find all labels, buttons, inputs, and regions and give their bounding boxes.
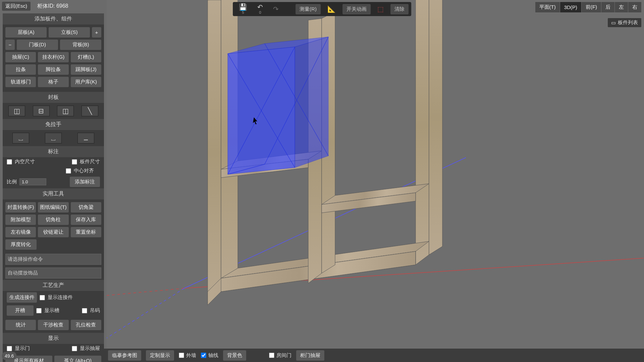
minus-button[interactable]: − — [5, 40, 15, 50]
panel-list-toggle[interactable]: ▭ 板件列表 — [608, 18, 641, 27]
code-check[interactable] — [82, 308, 87, 313]
save-icon: 💾 — [239, 4, 247, 10]
drawer-button[interactable]: 抽屉(C) — [5, 52, 36, 62]
vertical-button[interactable]: 立板(S) — [49, 27, 90, 38]
savelibrary-button[interactable]: 保存入库 — [71, 215, 101, 225]
view-back[interactable]: 后 — [601, 2, 614, 12]
backpanel-button[interactable]: 背板(B) — [60, 40, 101, 50]
reset-button[interactable]: 重置坐标 — [71, 227, 101, 237]
svg-marker-8 — [429, 0, 442, 255]
zoom-badge: 49.6 — [2, 352, 16, 360]
view-3d[interactable]: 3D(P) — [560, 2, 581, 12]
view-plan[interactable]: 平面(T) — [535, 2, 560, 12]
tools-title: 实用工具 — [3, 188, 104, 199]
panel-dim-label: 板件尺寸 — [80, 159, 100, 165]
center-align-check[interactable] — [66, 168, 71, 174]
slot-button[interactable]: 开槽 — [7, 305, 34, 316]
viewport-3d[interactable] — [107, 0, 644, 349]
display-title: 显示 — [3, 333, 104, 344]
undo-icon: ↶ — [257, 4, 263, 10]
view-left[interactable]: 左 — [615, 2, 628, 12]
angle-icon[interactable]: 📐 — [324, 4, 339, 14]
annot-title: 标注 — [3, 146, 104, 157]
kickstrip-button[interactable]: 脚拉条 — [38, 64, 68, 75]
decor-select[interactable]: 自动摆放饰品 — [5, 267, 101, 279]
gen-conn-button[interactable]: 生成连接件 — [7, 292, 37, 303]
thick-button[interactable]: 厚度转化 — [5, 239, 37, 250]
bottom-bar: 临摹参考图 定制显示 外墙 轴线 背景色 房间门 柜门抽屉 — [104, 349, 644, 362]
stat-button[interactable]: 统计 — [5, 320, 36, 330]
left-panel: 添加板件、组件 层板(A) 立板(S) + − 门板(D) 背板(B) 抽屉(C… — [3, 13, 104, 362]
userlib-button[interactable]: 用户库(K) — [71, 77, 101, 87]
cutbeam-button[interactable]: 切角梁 — [71, 202, 101, 213]
strip-button[interactable]: 拉条 — [5, 64, 36, 75]
handle-title: 免拉手 — [3, 119, 104, 130]
undo-button[interactable]: ↶0 — [254, 2, 266, 16]
seal-left-icon[interactable]: ◫ — [8, 106, 25, 116]
clear-button[interactable]: 清除 — [390, 4, 409, 14]
seal-title: 封板 — [3, 92, 104, 103]
interf-button[interactable]: 干涉检查 — [38, 320, 68, 330]
show-drawer-check[interactable] — [72, 346, 77, 351]
panel-dim-check[interactable] — [72, 159, 77, 165]
roomdoor-check[interactable] — [269, 353, 274, 358]
cover-button[interactable]: 封盖转换(F) — [5, 202, 36, 213]
cutcol-button[interactable]: 切角柱 — [38, 215, 68, 225]
list-icon: ▭ — [611, 20, 616, 26]
rod-button[interactable]: 挂衣杆(G) — [38, 52, 68, 62]
show-drawer-label: 显示抽屉 — [80, 345, 100, 352]
measure-button[interactable]: 测量(R) — [296, 4, 321, 14]
craft-title: 工艺生产 — [3, 280, 104, 291]
slide-button[interactable]: 轨道移门 — [5, 77, 36, 87]
scale-input[interactable] — [19, 178, 46, 185]
select-icon[interactable]: ⬚ — [374, 4, 387, 14]
svg-marker-21 — [295, 37, 328, 168]
show-conn-check[interactable] — [40, 295, 45, 300]
handle2-icon[interactable]: ⎵ — [45, 133, 62, 143]
redo-button[interactable]: ↷ — [270, 4, 282, 14]
svg-line-3 — [107, 288, 184, 349]
inner-dim-check[interactable] — [7, 159, 12, 165]
wall-check[interactable] — [179, 353, 184, 358]
cabinet-id-label: 柜体ID: 6968 — [37, 3, 68, 10]
attach-button[interactable]: 附加模型 — [5, 215, 36, 225]
center-align-label: 中心对齐 — [74, 168, 94, 174]
door-button[interactable]: 门板(D) — [17, 40, 58, 50]
handle3-icon[interactable]: ⎽ — [77, 133, 94, 143]
redo-icon: ↷ — [273, 6, 279, 12]
save-button[interactable]: 💾5 — [235, 2, 251, 16]
show-door-check[interactable] — [7, 346, 12, 351]
back-button[interactable]: 返回(Esc) — [2, 2, 31, 11]
shelf-button[interactable]: 层板(A) — [5, 27, 47, 38]
isolate-button[interactable]: 孤立 (Alt+Q) — [54, 356, 101, 362]
custom-display-button[interactable]: 定制显示 — [146, 350, 174, 361]
grid-button[interactable]: 格子 — [38, 77, 68, 87]
kick-button[interactable]: 踢脚板(J) — [71, 64, 101, 75]
plus-button[interactable]: + — [92, 27, 101, 38]
drawing-button[interactable]: 图纸编辑(T) — [38, 202, 68, 213]
wall-label: 外墙 — [186, 352, 196, 359]
animation-toggle[interactable]: 开关动画 — [342, 4, 371, 14]
axis-check[interactable] — [201, 353, 206, 358]
seal-right-icon[interactable]: ◫ — [57, 106, 74, 116]
bgcolor-button[interactable]: 背景色 — [223, 350, 246, 361]
seal-diag-icon[interactable]: ╲ — [82, 106, 98, 116]
view-right[interactable]: 右 — [628, 2, 641, 12]
hole-button[interactable]: 孔位检查 — [71, 320, 101, 330]
seal-top-icon[interactable]: ⊟ — [33, 106, 50, 116]
panel-list-label: 板件列表 — [618, 19, 638, 26]
hinge-button[interactable]: 铰链避让 — [38, 227, 68, 237]
show-slot-check[interactable] — [36, 308, 42, 313]
ref-button[interactable]: 临摹参考图 — [108, 350, 141, 361]
show-conn-label: 显示连接件 — [48, 294, 73, 301]
handle1-icon[interactable]: ⎵ — [12, 133, 29, 143]
light-button[interactable]: 灯槽(L) — [71, 52, 101, 62]
view-front[interactable]: 前(F) — [582, 2, 601, 12]
show-door-label: 显示门 — [15, 345, 30, 352]
svg-marker-7 — [416, 0, 429, 265]
add-annot-button[interactable]: 添加标注 — [70, 177, 100, 187]
mirror-button[interactable]: 左右镜像 — [5, 227, 36, 237]
command-select[interactable]: 请选择操作命令 — [5, 254, 101, 265]
inner-dim-label: 内空尺寸 — [15, 159, 35, 165]
cabdoor-button[interactable]: 柜门抽屉 — [296, 350, 324, 361]
